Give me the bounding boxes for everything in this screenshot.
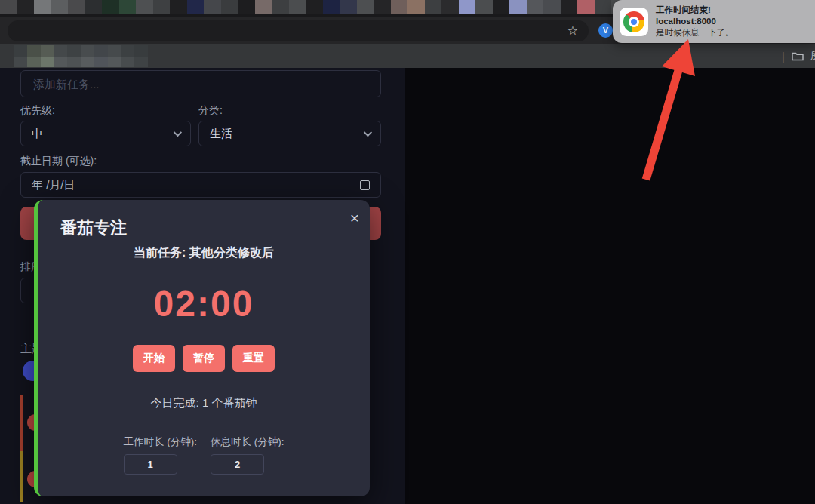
due-date-input[interactable]: 年 /月/日 [20, 172, 381, 198]
chevron-down-icon [364, 128, 372, 137]
notification-source: localhost:8000 [656, 16, 734, 27]
browser-tab[interactable] [85, 0, 103, 14]
browser-tab[interactable] [306, 0, 323, 14]
browser-tab[interactable] [577, 0, 595, 14]
browser-tab[interactable] [255, 0, 272, 14]
browser-tab[interactable] [340, 0, 357, 14]
browser-tab[interactable] [0, 0, 17, 14]
priority-label: 优先级: [20, 104, 55, 118]
notification-body: 是时候休息一下了。 [656, 27, 734, 38]
blurred-bookmark-tile [121, 57, 134, 68]
browser-tab[interactable] [391, 0, 408, 14]
browser-tab[interactable] [51, 0, 69, 14]
browser-tab[interactable] [595, 0, 612, 14]
folder-icon [792, 51, 804, 61]
blurred-bookmarks [14, 45, 148, 67]
blurred-bookmark-tile [41, 57, 54, 68]
browser-tab[interactable] [425, 0, 442, 14]
browser-tab[interactable] [238, 0, 255, 14]
browser-tab[interactable] [187, 0, 205, 14]
screenshot-root: ☆ V | 所 优先级: 分类: 中 生活 截止日期 (可选): 年 /月/日 [0, 0, 815, 504]
browser-tab[interactable] [221, 0, 238, 14]
blurred-bookmark-tile [14, 45, 27, 57]
extension-icon[interactable]: V [598, 23, 613, 38]
reset-button[interactable]: 重置 [232, 345, 275, 372]
break-duration-input[interactable] [211, 454, 264, 475]
blurred-bookmark-tile [94, 45, 108, 57]
browser-tab[interactable] [408, 0, 425, 14]
browser-tab[interactable] [272, 0, 289, 14]
browser-tab[interactable] [493, 0, 510, 14]
blurred-bookmark-tile [134, 45, 148, 57]
blurred-bookmark-tile [81, 45, 94, 57]
category-value: 生活 [210, 127, 232, 141]
browser-tab[interactable] [102, 0, 119, 14]
browser-tab[interactable] [441, 0, 459, 14]
browser-tab[interactable] [475, 0, 493, 14]
work-duration-group: 工作时长 (分钟): [124, 435, 198, 475]
blurred-bookmark-tile [108, 45, 121, 57]
separator: | [782, 50, 785, 63]
priority-value: 中 [32, 127, 43, 141]
new-task-input[interactable] [20, 70, 381, 97]
timer-display: 02:00 [38, 283, 370, 324]
browser-tab[interactable] [289, 0, 306, 14]
pomodoro-modal: 番茄专注 × 当前任务: 其他分类修改后 02:00 开始 暂停 重置 今日完成… [34, 200, 370, 496]
browser-tab[interactable] [561, 0, 578, 14]
all-bookmarks-group[interactable]: | 所 [782, 44, 815, 68]
work-duration-label: 工作时长 (分钟): [124, 435, 198, 449]
chevron-down-icon [174, 128, 182, 137]
blurred-bookmark-tile [94, 57, 108, 68]
break-duration-label: 休息时长 (分钟): [211, 435, 284, 449]
blurred-bookmark-tile [54, 57, 67, 68]
duration-settings: 工作时长 (分钟): 休息时长 (分钟): [38, 435, 370, 475]
blurred-bookmark-tile [67, 45, 81, 57]
bookmarks-bar: | 所 [0, 44, 815, 68]
current-task-text: 当前任务: 其他分类修改后 [38, 245, 370, 261]
browser-tab[interactable] [119, 0, 137, 14]
browser-tab[interactable] [323, 0, 340, 14]
browser-tab[interactable] [34, 0, 51, 14]
category-label: 分类: [198, 104, 223, 118]
browser-tab[interactable] [136, 0, 153, 14]
chrome-icon [620, 8, 648, 36]
blurred-bookmark-tile [54, 45, 67, 57]
blurred-bookmark-tile [27, 57, 41, 68]
close-icon[interactable]: × [350, 211, 359, 226]
blurred-bookmark-tile [27, 45, 41, 57]
start-button[interactable]: 开始 [133, 345, 175, 372]
browser-tab[interactable] [357, 0, 374, 14]
browser-tab[interactable] [170, 0, 187, 14]
address-bar[interactable]: ☆ [8, 20, 589, 41]
browser-tab[interactable] [459, 0, 476, 14]
due-date-value: 年 /月/日 [32, 178, 75, 192]
browser-tab[interactable] [543, 0, 561, 14]
browser-tab[interactable] [204, 0, 221, 14]
blurred-bookmark-tile [14, 57, 27, 68]
blurred-bookmark-tile [121, 45, 134, 57]
priority-select[interactable]: 中 [20, 121, 191, 146]
calendar-icon[interactable] [360, 180, 370, 190]
notification-title: 工作时间结束! [656, 5, 734, 16]
all-bookmarks-label: 所 [810, 49, 815, 63]
blurred-bookmark-tile [108, 57, 121, 68]
chrome-notification[interactable]: 工作时间结束! localhost:8000 是时候休息一下了。 [613, 0, 815, 43]
browser-tab[interactable] [527, 0, 544, 14]
blurred-bookmark-tile [67, 57, 81, 68]
due-date-label: 截止日期 (可选): [20, 155, 97, 168]
browser-tab[interactable] [17, 0, 35, 14]
pause-button[interactable]: 暂停 [183, 345, 225, 372]
work-duration-input[interactable] [124, 454, 177, 475]
completed-today-text: 今日完成: 1 个番茄钟 [38, 396, 370, 410]
modal-title: 番茄专注 [60, 217, 127, 239]
browser-tab[interactable] [374, 0, 391, 14]
browser-tab[interactable] [68, 0, 85, 14]
blurred-bookmark-tile [134, 57, 148, 68]
category-select[interactable]: 生活 [198, 121, 381, 146]
browser-tab[interactable] [153, 0, 171, 14]
browser-tab[interactable] [509, 0, 527, 14]
blurred-bookmark-tile [81, 57, 94, 68]
blurred-bookmark-tile [41, 45, 54, 57]
break-duration-group: 休息时长 (分钟): [211, 435, 284, 475]
bookmark-star-icon[interactable]: ☆ [567, 23, 578, 39]
